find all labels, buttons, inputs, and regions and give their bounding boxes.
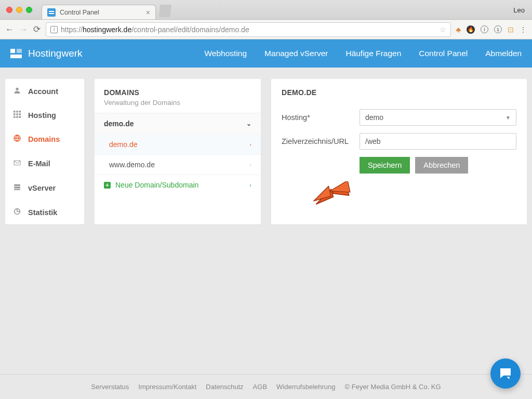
brand-icon [10, 48, 22, 59]
adblock-icon[interactable]: 🔥 [467, 25, 475, 34]
extension-icon[interactable]: i [481, 25, 488, 33]
svg-rect-11 [14, 161, 20, 165]
sidebar-item-email[interactable]: E-Mail [5, 151, 84, 176]
extension-icon[interactable]: ♣ [456, 25, 461, 34]
url-protocol: https:// [61, 25, 83, 34]
domain-row-label: demo.de [109, 140, 137, 149]
footer-link[interactable]: AGB [253, 383, 267, 391]
bookmark-star-icon[interactable]: ☆ [440, 25, 446, 34]
sidebar-item-account[interactable]: Account [5, 79, 84, 103]
domain-edit-panel: DEMO.DE Hosting* demo ▼ Zielverzeichnis/… [271, 79, 527, 224]
sidebar-item-label: Hosting [28, 111, 56, 119]
chevron-right-icon: › [249, 141, 251, 148]
directory-input[interactable] [360, 133, 516, 150]
chart-icon [12, 207, 22, 217]
sidebar-item-label: E-Mail [28, 159, 50, 168]
save-button[interactable]: Speichern [360, 157, 410, 174]
domains-panel: DOMAINS Verwaltung der Domains demo.de ⌄… [95, 79, 261, 224]
profile-label[interactable]: Leo [513, 6, 532, 19]
svg-rect-12 [14, 184, 20, 186]
chevron-right-icon: › [249, 182, 251, 188]
app-header: Hostingwerk Webhosting Managed vServer H… [0, 39, 532, 68]
grid-icon [12, 111, 22, 119]
maximize-window-button[interactable] [26, 7, 32, 13]
sidebar-item-hosting[interactable]: Hosting [5, 103, 84, 127]
server-icon [12, 183, 22, 193]
brand[interactable]: Hostingwerk [10, 48, 83, 59]
url-path: /control-panel/edit/domains/demo.de [131, 25, 249, 34]
plus-icon: + [104, 182, 111, 189]
sidebar-item-label: Statistik [28, 208, 57, 217]
svg-rect-3 [19, 111, 21, 113]
chat-button[interactable] [490, 358, 521, 389]
svg-point-0 [16, 88, 18, 90]
nav-managed-vserver[interactable]: Managed vServer [264, 49, 328, 58]
nav-faq[interactable]: Häufige Fragen [345, 49, 401, 58]
hosting-select[interactable]: demo ▼ [360, 109, 516, 126]
domain-group-header[interactable]: demo.de ⌄ [95, 113, 261, 134]
footer: Serverstatus Impressum/Kontakt Datenschu… [0, 374, 532, 399]
add-domain-button[interactable]: + Neue Domain/Subdomain › [95, 175, 261, 195]
edit-panel-title: DEMO.DE [282, 88, 516, 97]
footer-link[interactable]: Datenschutz [206, 383, 243, 391]
sidebar-item-label: vServer [28, 184, 56, 192]
svg-rect-9 [19, 116, 21, 118]
directory-label: Zielverzeichnis/URL [282, 137, 360, 145]
nav-webhosting[interactable]: Webhosting [205, 49, 247, 58]
reload-button[interactable]: ⟳ [33, 24, 41, 35]
domain-row[interactable]: www.demo.de › [95, 154, 261, 175]
footer-link[interactable]: Serverstatus [91, 383, 129, 391]
close-window-button[interactable] [6, 7, 12, 13]
svg-rect-14 [14, 189, 20, 190]
sidebar-item-label: Account [28, 87, 58, 96]
tab-title: Control Panel [60, 9, 99, 16]
site-info-icon[interactable]: i [50, 26, 58, 33]
person-icon [12, 86, 22, 96]
sidebar-item-statistik[interactable]: Statistik [5, 200, 84, 224]
browser-toolbar: ← → ⟳ i https://hostingwerk.de/control-p… [0, 20, 532, 39]
hosting-select-value: demo [365, 113, 383, 122]
window-controls [0, 7, 37, 19]
panel-subtitle: Verwaltung der Domains [104, 99, 251, 107]
extension-icons: ♣ 🔥 i 1 ⊡ ⋮ [456, 25, 527, 34]
svg-rect-8 [16, 116, 18, 118]
main-nav: Webhosting Managed vServer Häufige Frage… [205, 49, 522, 58]
svg-rect-5 [16, 113, 18, 115]
back-button[interactable]: ← [5, 24, 14, 35]
minimize-window-button[interactable] [16, 7, 22, 13]
hosting-label: Hosting* [282, 113, 360, 122]
menu-icon[interactable]: ⋮ [520, 25, 527, 34]
browser-tab-strip: Control Panel × Leo [0, 0, 532, 20]
add-domain-label: Neue Domain/Subdomain [115, 181, 198, 189]
sidebar-item-vserver[interactable]: vServer [5, 176, 84, 200]
caret-down-icon: ▼ [506, 115, 511, 121]
svg-rect-4 [14, 113, 16, 115]
extension-icon[interactable]: ⊡ [508, 25, 514, 34]
sidebar-item-label: Domains [28, 135, 60, 143]
tab-close-icon[interactable]: × [146, 8, 150, 17]
svg-rect-6 [19, 113, 21, 115]
sidebar: Account Hosting Domains E-Mail vServer S… [5, 79, 84, 224]
new-tab-button[interactable] [159, 5, 171, 17]
footer-link[interactable]: Impressum/Kontakt [138, 383, 196, 391]
cancel-button[interactable]: Abbrechen [415, 157, 468, 174]
content-area: Account Hosting Domains E-Mail vServer S… [0, 68, 532, 236]
footer-copyright: © Feyer Media GmbH & Co. KG [345, 383, 441, 391]
svg-rect-1 [14, 111, 16, 113]
chevron-right-icon: › [249, 162, 251, 168]
svg-rect-2 [16, 111, 18, 113]
favicon-icon [47, 8, 56, 17]
domain-row[interactable]: demo.de › [95, 134, 261, 154]
address-bar[interactable]: i https://hostingwerk.de/control-panel/e… [46, 22, 451, 37]
panel-title: DOMAINS [104, 88, 251, 97]
forward-button[interactable]: → [19, 24, 28, 35]
domain-group-label: demo.de [104, 119, 134, 128]
extension-icon[interactable]: 1 [494, 25, 502, 33]
browser-tab[interactable]: Control Panel × [42, 5, 156, 19]
footer-link[interactable]: Widerrufsbelehrung [276, 383, 335, 391]
nav-logout[interactable]: Abmelden [485, 49, 522, 58]
nav-control-panel[interactable]: Control Panel [419, 49, 468, 58]
sidebar-item-domains[interactable]: Domains [5, 127, 84, 151]
url-host: hostingwerk.de [83, 25, 131, 34]
domain-row-label: www.demo.de [109, 161, 155, 169]
